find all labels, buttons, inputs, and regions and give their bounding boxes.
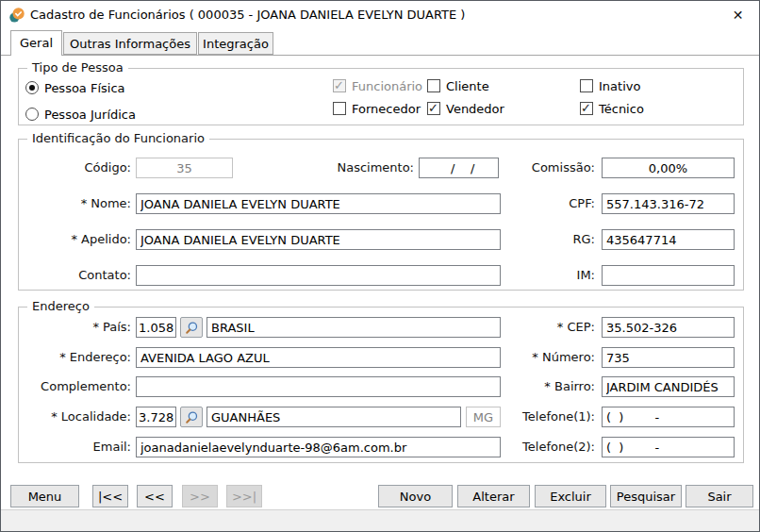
nav-next-button: >> [182, 485, 218, 507]
label-im: IM: [476, 265, 595, 286]
group-endereco-title: Endereço [27, 299, 94, 313]
localidade-code-field[interactable] [136, 407, 176, 427]
search-icon [184, 410, 199, 425]
label-nome: * Nome: [12, 193, 131, 214]
group-tipo-de-pessoa-title: Tipo de Pessoa [27, 60, 128, 75]
label-apelido: * Apelido: [12, 229, 131, 250]
excluir-button[interactable]: Excluir [535, 485, 606, 507]
checkbox-icon [333, 79, 346, 92]
label-rg: RG: [476, 229, 595, 250]
email-field[interactable] [136, 437, 501, 457]
tab-outras-informacoes[interactable]: Outras Informações [63, 32, 197, 55]
label-localidade: * Localidade: [12, 407, 131, 427]
label-telefone2: Telefone(2): [476, 437, 595, 457]
complemento-field[interactable] [136, 376, 501, 397]
checkbox-icon [427, 79, 440, 92]
label-comissao: Comissão: [476, 158, 595, 178]
label-cpf: CPF: [476, 193, 595, 214]
pais-name-field[interactable] [207, 317, 501, 338]
checkbox-icon [580, 102, 593, 115]
nav-last-button: >>| [226, 485, 262, 507]
label-pais: * País: [12, 317, 131, 338]
tab-geral[interactable]: Geral [10, 30, 62, 56]
menu-button[interactable]: Menu [10, 485, 79, 507]
label-cep: * CEP: [476, 317, 595, 338]
app-window: Cadastro de Funcionários ( 000035 - JOAN… [0, 0, 760, 532]
app-icon [9, 8, 25, 23]
numero-field[interactable] [602, 347, 735, 368]
checkbox-icon [333, 102, 346, 115]
checkbox-icon [580, 79, 593, 92]
label-nascimento: Nascimento: [301, 158, 414, 178]
telefone2-field[interactable] [602, 437, 735, 457]
group-identificacao-title: Identificação do Funcionario [27, 131, 209, 145]
im-field[interactable] [602, 265, 735, 286]
cpf-field[interactable] [602, 193, 735, 214]
rg-field[interactable] [602, 229, 735, 250]
tab-strip-divider [1, 55, 759, 56]
label-email: Email: [12, 437, 131, 457]
nav-first-button[interactable]: |<< [92, 485, 128, 507]
pesquisar-button[interactable]: Pesquisar [610, 485, 682, 507]
telefone1-field[interactable] [602, 407, 735, 427]
close-button[interactable]: ✕ [717, 1, 759, 29]
apelido-field[interactable] [136, 229, 501, 250]
label-bairro: * Bairro: [476, 376, 595, 397]
pais-code-field[interactable] [136, 317, 176, 338]
localidade-name-field[interactable] [207, 407, 461, 427]
novo-button[interactable]: Novo [378, 485, 453, 507]
radio-icon [25, 108, 39, 121]
sair-button[interactable]: Sair [686, 485, 753, 507]
label-codigo: Código: [12, 158, 131, 178]
radio-icon [25, 81, 39, 94]
search-icon [184, 321, 199, 336]
label-endereco: * Endereço: [12, 347, 131, 368]
window-title: Cadastro de Funcionários ( 000035 - JOAN… [30, 1, 465, 29]
tab-integracao[interactable]: Integração [198, 32, 273, 55]
codigo-field [136, 158, 233, 178]
alterar-button[interactable]: Alterar [457, 485, 530, 507]
label-numero: * Número: [476, 347, 595, 368]
localidade-search-button[interactable] [180, 407, 203, 427]
nav-prev-button[interactable]: << [137, 485, 173, 507]
status-bar: F2 ( Novo ) - F3 ( Alterar ) - F4 ( Excl… [1, 509, 759, 531]
label-contato: Contato: [12, 265, 131, 286]
close-icon: ✕ [733, 8, 744, 23]
contato-field[interactable] [136, 265, 501, 286]
comissao-field[interactable] [602, 158, 735, 178]
checkbox-icon [427, 102, 440, 115]
nome-field[interactable] [136, 193, 501, 214]
label-complemento: Complemento: [12, 376, 131, 397]
bairro-field[interactable] [602, 376, 735, 397]
endereco-field[interactable] [136, 347, 501, 368]
pais-search-button[interactable] [180, 317, 203, 338]
title-bar: Cadastro de Funcionários ( 000035 - JOAN… [1, 1, 759, 29]
label-telefone1: Telefone(1): [476, 407, 595, 427]
cep-field[interactable] [602, 317, 735, 338]
